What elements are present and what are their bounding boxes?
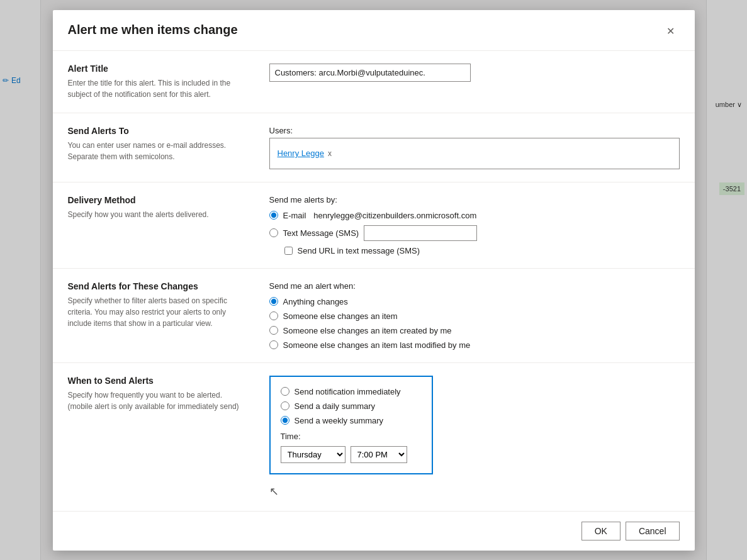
changes-control: Send me an alert when: Anything changes … bbox=[269, 281, 680, 350]
alert-title-desc: Enter the title for this alert. This is … bbox=[68, 77, 244, 100]
changes-option-2: Someone else changes an item created by … bbox=[283, 326, 452, 335]
changes-desc: Specify whether to filter alerts based o… bbox=[68, 295, 244, 329]
when-radio-group: Send notification immediately Send a dai… bbox=[281, 387, 422, 425]
send-alerts-changes-section: Send Alerts for These Changes Specify wh… bbox=[53, 269, 695, 363]
dialog-footer: OK Cancel bbox=[53, 511, 695, 551]
sms-radio-row: Text Message (SMS) bbox=[269, 225, 680, 241]
close-button[interactable]: ✕ bbox=[662, 23, 680, 40]
when-to-send-control: Send notification immediately Send a dai… bbox=[269, 376, 680, 498]
url-checkbox[interactable] bbox=[284, 247, 293, 255]
delivery-method-label: Delivery Method bbox=[68, 195, 244, 205]
when-label: Send me an alert when: bbox=[269, 281, 680, 291]
send-alerts-to-label: Send Alerts To bbox=[68, 126, 244, 136]
dialog-overlay: Alert me when items change ✕ Alert Title… bbox=[0, 0, 747, 560]
users-box[interactable]: Henry Legge x bbox=[269, 138, 680, 169]
changes-radio-anything[interactable] bbox=[269, 297, 278, 306]
send-alerts-to-label-col: Send Alerts To You can enter user names … bbox=[68, 126, 244, 169]
changes-label-col: Send Alerts for These Changes Specify wh… bbox=[68, 281, 244, 350]
radio-daily[interactable] bbox=[281, 401, 289, 410]
radio-immediately[interactable] bbox=[281, 387, 289, 396]
changes-option-0: Anything changes bbox=[283, 297, 348, 306]
day-select[interactable]: Sunday Monday Tuesday Wednesday Thursday… bbox=[281, 446, 345, 463]
url-label: Send URL in text message (SMS) bbox=[298, 246, 420, 255]
changes-option-1: Someone else changes an item bbox=[283, 311, 398, 321]
changes-radio-created[interactable] bbox=[269, 326, 278, 335]
when-radio-weekly: Send a weekly summary bbox=[281, 416, 422, 425]
cursor: ↖ bbox=[269, 484, 680, 498]
changes-radio-2: Someone else changes an item created by … bbox=[269, 326, 680, 335]
changes-radio-1: Someone else changes an item bbox=[269, 311, 680, 321]
sms-label: Text Message (SMS) bbox=[283, 228, 359, 238]
time-of-day-select[interactable]: 7:00 AM 8:00 AM 9:00 AM 10:00 AM 11:00 A… bbox=[351, 446, 407, 463]
alert-title-control bbox=[269, 64, 680, 100]
alert-title-section: Alert Title Enter the title for this ale… bbox=[53, 51, 695, 113]
send-alerts-to-control: Users: Henry Legge x bbox=[269, 126, 680, 169]
delivery-method-section: Delivery Method Specify how you want the… bbox=[53, 182, 695, 269]
time-selects: Sunday Monday Tuesday Wednesday Thursday… bbox=[281, 446, 422, 463]
dialog-header: Alert me when items change ✕ bbox=[53, 10, 695, 51]
alert-title-input[interactable] bbox=[269, 64, 471, 82]
changes-radio-someone[interactable] bbox=[269, 311, 278, 320]
when-to-send-box: Send notification immediately Send a dai… bbox=[269, 376, 433, 474]
time-row: Time: bbox=[281, 432, 422, 444]
dialog-body[interactable]: Alert Title Enter the title for this ale… bbox=[53, 51, 695, 511]
alert-dialog: Alert me when items change ✕ Alert Title… bbox=[53, 10, 695, 551]
send-by-label: Send me alerts by: bbox=[269, 195, 680, 204]
sms-input[interactable] bbox=[364, 225, 477, 241]
dialog-title: Alert me when items change bbox=[68, 23, 238, 37]
when-to-send-label: When to Send Alerts bbox=[68, 376, 244, 386]
sms-radio[interactable] bbox=[269, 228, 278, 237]
delivery-method-label-col: Delivery Method Specify how you want the… bbox=[68, 195, 244, 255]
delivery-radio-group: E-mail henrylegge@citizenbuilders.onmicr… bbox=[269, 211, 680, 255]
user-remove[interactable]: x bbox=[328, 149, 332, 158]
users-label: Users: bbox=[269, 126, 680, 135]
cancel-button[interactable]: Cancel bbox=[626, 522, 680, 540]
weekly-label: Send a weekly summary bbox=[295, 416, 384, 425]
when-to-send-label-col: When to Send Alerts Specify how frequent… bbox=[68, 376, 244, 498]
when-radio-daily: Send a daily summary bbox=[281, 401, 422, 411]
changes-radio-group: Anything changes Someone else changes an… bbox=[269, 297, 680, 350]
user-tag[interactable]: Henry Legge bbox=[278, 148, 324, 158]
alert-title-label: Alert Title bbox=[68, 64, 244, 74]
changes-label: Send Alerts for These Changes bbox=[68, 281, 244, 291]
when-to-send-desc: Specify how frequently you want to be al… bbox=[68, 389, 244, 412]
alert-title-label-col: Alert Title Enter the title for this ale… bbox=[68, 64, 244, 100]
changes-option-3: Someone else changes an item last modifi… bbox=[283, 340, 471, 350]
send-alerts-to-section: Send Alerts To You can enter user names … bbox=[53, 113, 695, 182]
when-to-send-section: When to Send Alerts Specify how frequent… bbox=[53, 363, 695, 511]
when-radio-immediately: Send notification immediately bbox=[281, 387, 422, 396]
changes-radio-0: Anything changes bbox=[269, 297, 680, 306]
email-label: E-mail bbox=[283, 211, 306, 220]
email-address: henrylegge@citizenbuilders.onmicrosoft.c… bbox=[313, 211, 476, 220]
immediately-label: Send notification immediately bbox=[295, 387, 401, 396]
changes-radio-modified[interactable] bbox=[269, 340, 278, 349]
time-label: Time: bbox=[281, 432, 301, 441]
ok-button[interactable]: OK bbox=[581, 522, 621, 540]
email-radio[interactable] bbox=[269, 211, 278, 220]
delivery-method-desc: Specify how you want the alerts delivere… bbox=[68, 209, 244, 220]
daily-label: Send a daily summary bbox=[295, 401, 376, 411]
delivery-method-control: Send me alerts by: E-mail henrylegge@cit… bbox=[269, 195, 680, 255]
send-alerts-to-desc: You can enter user names or e-mail addre… bbox=[68, 140, 244, 162]
changes-radio-3: Someone else changes an item last modifi… bbox=[269, 340, 680, 350]
url-checkbox-row: Send URL in text message (SMS) bbox=[284, 246, 680, 255]
radio-weekly[interactable] bbox=[281, 416, 289, 425]
email-radio-row: E-mail henrylegge@citizenbuilders.onmicr… bbox=[269, 211, 680, 220]
